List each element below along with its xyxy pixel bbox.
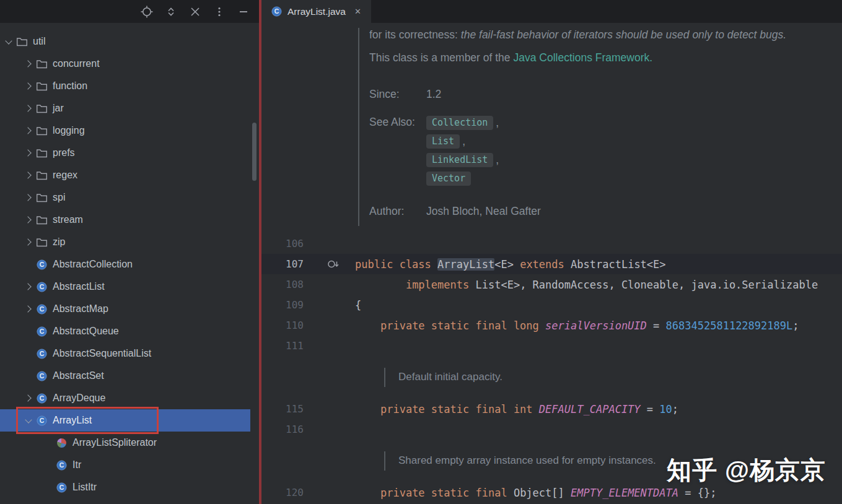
code-line-115[interactable]: 115 private static final int DEFAULT_CAP… — [261, 399, 842, 419]
tree-item-regex[interactable]: regex — [0, 164, 250, 186]
see-also-link-list[interactable]: List — [426, 134, 460, 149]
svg-text:C: C — [59, 461, 64, 469]
chevron-right-icon[interactable] — [21, 106, 36, 111]
overridden-marker-icon[interactable] — [327, 259, 341, 272]
tree-item-listitr[interactable]: CListItr — [0, 476, 250, 498]
more-options-icon[interactable] — [213, 5, 226, 19]
line-number[interactable]: 106 — [261, 238, 304, 250]
tree-item-abstractcollection[interactable]: CAbstractCollection — [0, 253, 250, 276]
chevron-right-icon[interactable] — [21, 396, 36, 401]
svg-text:C: C — [40, 283, 45, 290]
chevron-right-icon[interactable] — [21, 84, 36, 89]
tree-item-prefs[interactable]: prefs — [0, 142, 250, 164]
see-also-link-collection[interactable]: Collection — [426, 116, 493, 130]
gutter[interactable] — [304, 254, 355, 274]
tree-item-util[interactable]: util — [0, 30, 250, 53]
chevron-right-icon[interactable] — [21, 217, 36, 222]
see-also-link-linkedlist[interactable]: LinkedList — [426, 153, 493, 167]
chevron-right-icon[interactable] — [21, 150, 36, 155]
tree-item-partial[interactable]: C — [0, 498, 250, 504]
line-number[interactable]: 120 — [261, 487, 304, 498]
gutter[interactable] — [304, 315, 355, 336]
tree-item-jar[interactable]: jar — [0, 97, 250, 119]
chevron-right-icon[interactable] — [21, 128, 36, 133]
code-text: private static final int DEFAULT_CAPACIT… — [355, 403, 678, 415]
line-number[interactable]: 111 — [261, 340, 304, 352]
locate-icon[interactable] — [140, 5, 154, 19]
gutter[interactable] — [304, 336, 355, 356]
chevron-right-icon[interactable] — [21, 306, 36, 311]
tree-item-abstractmap[interactable]: CAbstractMap — [0, 298, 250, 320]
code-line-116[interactable]: 116 — [261, 419, 842, 440]
since-value: 1.2 — [426, 88, 441, 101]
tree-item-label: AbstractSequentialList — [53, 348, 151, 359]
line-number[interactable]: 107 — [261, 258, 304, 270]
line-number[interactable]: 108 — [261, 279, 304, 290]
tab-bar: C ArrayList.java ✕ — [261, 0, 842, 23]
see-also-link-vector[interactable]: Vector — [426, 172, 471, 186]
tree-scrollbar[interactable] — [252, 123, 257, 181]
tree-item-arraydeque[interactable]: CArrayDeque — [0, 387, 250, 409]
tab-arraylist-java[interactable]: C ArrayList.java ✕ — [261, 0, 371, 23]
tree-item-function[interactable]: function — [0, 75, 250, 97]
code-line-109[interactable]: 109{ — [261, 295, 842, 315]
javadoc-rendered: for its correctness: the fail-fast behav… — [261, 23, 842, 233]
tree-item-label: logging — [53, 125, 85, 136]
gutter[interactable] — [304, 419, 355, 440]
chevron-right-icon[interactable] — [21, 173, 36, 178]
gutter[interactable] — [304, 274, 355, 295]
code-line-111[interactable]: 111 — [261, 336, 842, 356]
class-icon: C — [36, 326, 48, 337]
tree-item-itr[interactable]: CItr — [0, 454, 250, 476]
gutter[interactable] — [304, 482, 355, 503]
line-number[interactable]: 116 — [261, 424, 304, 435]
folder-icon — [36, 170, 48, 181]
tree-item-abstractset[interactable]: CAbstractSet — [0, 365, 250, 387]
project-tree: utilconcurrentfunctionjarloggingprefsreg… — [0, 23, 259, 504]
line-number[interactable]: 109 — [261, 299, 304, 311]
chevron-right-icon[interactable] — [21, 284, 36, 289]
tree-item-abstractsequentiallist[interactable]: CAbstractSequentialList — [0, 342, 250, 365]
tree-item-zip[interactable]: zip — [0, 231, 250, 253]
comma: , — [496, 154, 499, 167]
comma: , — [496, 116, 499, 129]
tree-item-concurrent[interactable]: concurrent — [0, 53, 250, 75]
tree-item-abstractlist[interactable]: CAbstractList — [0, 276, 250, 298]
tree-item-label: AbstractList — [53, 281, 105, 292]
editor[interactable]: for its correctness: the fail-fast behav… — [261, 23, 842, 504]
doc-link-collections-framework[interactable]: Java Collections Framework. — [513, 51, 652, 64]
line-number[interactable]: 110 — [261, 319, 304, 331]
expand-collapse-icon[interactable] — [164, 5, 178, 19]
gutter[interactable] — [304, 295, 355, 315]
code-text: { — [355, 299, 361, 311]
code-line-110[interactable]: 110 private static final long serialVers… — [261, 315, 842, 336]
doc-text-italic: the fail-fast behavior of iterators shou… — [461, 28, 786, 41]
line-number[interactable]: 115 — [261, 403, 304, 415]
svg-text:C: C — [40, 372, 45, 380]
tree-item-label: zip — [53, 237, 65, 248]
tree-item-arraylist[interactable]: CArrayList — [0, 409, 250, 432]
chevron-right-icon[interactable] — [21, 195, 36, 200]
code-line-107[interactable]: 107public class ArrayList<E> extends Abs… — [261, 254, 842, 274]
chevron-down-icon[interactable] — [21, 419, 36, 422]
code-line-108[interactable]: 108 implements List<E>, RandomAccess, Cl… — [261, 274, 842, 295]
gutter[interactable] — [304, 233, 355, 254]
tree-item-logging[interactable]: logging — [0, 119, 250, 142]
gutter[interactable] — [304, 399, 355, 419]
close-icon[interactable]: ✕ — [354, 7, 361, 16]
chevron-right-icon[interactable] — [21, 61, 36, 66]
class-icon: C — [36, 370, 48, 381]
tree-item-spi[interactable]: spi — [0, 186, 250, 209]
tree-item-abstractqueue[interactable]: CAbstractQueue — [0, 320, 250, 342]
collapse-all-icon[interactable] — [188, 5, 202, 19]
hide-panel-icon[interactable] — [237, 5, 250, 19]
svg-text:C: C — [40, 305, 45, 313]
folder-icon — [36, 58, 48, 69]
class-icon: C — [36, 393, 48, 404]
code-line-106[interactable]: 106 — [261, 233, 842, 254]
chevron-right-icon[interactable] — [21, 240, 36, 245]
tree-item-arraylistspliterator[interactable]: ArrayListSpliterator — [0, 432, 250, 454]
chevron-down-icon[interactable] — [1, 40, 16, 43]
tree-item-stream[interactable]: stream — [0, 209, 250, 231]
svg-text:C: C — [40, 261, 45, 268]
